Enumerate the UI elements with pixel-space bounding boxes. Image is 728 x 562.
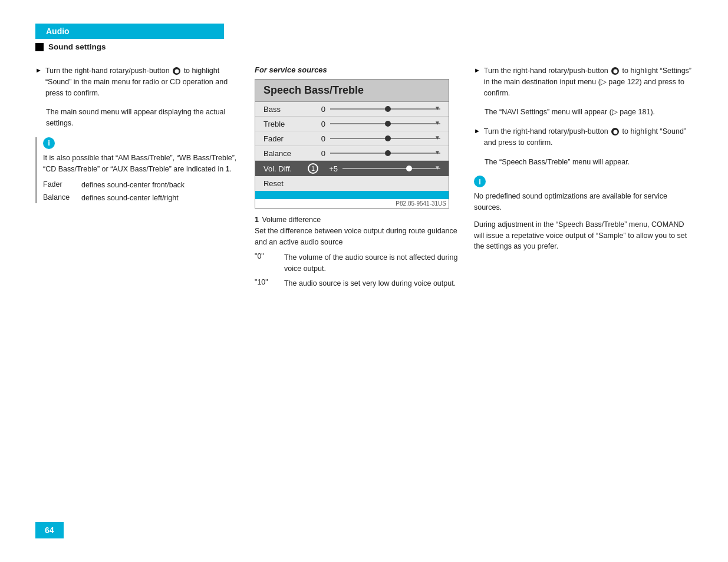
header-block: Audio Sound settings [35,24,693,51]
footnote-number: 1 [255,216,259,224]
dialog-body: Bass 0 ▼ Treble 0 [255,102,449,176]
content-columns: ► Turn the right-hand rotary/push-button… [35,65,693,293]
right-bullet-2-text: Turn the right-hand rotary/push-button t… [484,126,693,148]
dialog-reset-row: Reset [255,176,449,191]
fader-label-dialog: Fader [263,134,308,143]
balance-slider: ▼ [330,148,440,158]
rotary-icon [173,67,180,75]
item-label-0: "0" [255,252,284,275]
treble-slider: ▼ [330,119,440,128]
balance-value: 0 [308,149,325,158]
bass-value: 0 [308,105,325,114]
voldiff-label: Vol. Diff. [263,164,308,173]
footnote-title: Volume difference [262,216,321,224]
speech-text: The “Speech Bass/Treble” menu will appea… [485,157,693,168]
right-rotary-icon-2 [611,128,619,135]
sound-settings-text: Sound settings [48,42,106,51]
service-sources-title: For service sources [255,65,462,74]
right-rotary-icon-1 [611,67,619,75]
bullet-arrow-icon: ► [35,67,42,74]
footnote-block: 1 Volume difference Set the difference b… [255,214,462,247]
voldiff-circle: 1 [308,163,318,174]
bass-label: Bass [263,105,308,114]
bullet-1-text: Turn the right-hand rotary/push-button t… [45,65,243,98]
right-info-box: i No predefined sound optimizations are … [474,176,693,252]
fader-term: Fader [43,180,81,191]
bullet-item-1: ► Turn the right-hand rotary/push-button… [35,65,243,98]
footnote-items: "0" The volume of the audio source is no… [255,252,462,289]
footnote-item-1: "10" The audio source is set very low du… [255,278,462,289]
item-desc-0: The volume of the audio source is not af… [284,252,462,275]
right-info-text-2: During adjustment in the “Speech Bass/Tr… [474,219,693,252]
treble-value: 0 [308,120,325,128]
info-icon-left: i [43,137,55,149]
right-bullet-arrow-2: ► [474,127,480,134]
audio-tab: Audio [35,24,224,39]
right-bullet-arrow-1: ► [474,67,480,74]
def-row-balance: Balance defines sound-center left/right [43,193,243,204]
main-sound-text: The main sound menu will appear displayi… [46,107,243,129]
dialog-row-fader: Fader 0 ▼ [255,131,449,146]
info-icon-right: i [474,176,486,187]
def-row-fader: Fader defines sound-center front/back [43,180,243,191]
item-desc-1: The audio source is set very low during … [284,278,456,289]
bass-slider: ▼ [330,104,440,114]
fader-value: 0 [308,134,325,143]
dialog-row-bass: Bass 0 ▼ [255,102,449,117]
dialog-row-balance: Balance 0 ▼ [255,146,449,161]
page-number: 64 [45,525,54,535]
info-box-left: i It is also possible that “AM Bass/Treb… [35,137,243,204]
dialog-footer [255,191,449,199]
page-number-box: 64 [35,522,64,538]
fader-slider: ▼ [330,134,440,143]
voldiff-value: +5 [320,164,338,173]
balance-desc: defines sound-center left/right [81,193,179,204]
balance-label-dialog: Balance [263,149,308,158]
treble-label: Treble [263,120,308,128]
right-column: ► Turn the right-hand rotary/push-button… [474,65,693,293]
dialog-title: Speech Bass/Treble [255,80,449,102]
dialog-row-voldiff: Vol. Diff. 1 +5 ▼ [255,161,449,176]
dialog-row-treble: Treble 0 ▼ [255,117,449,131]
audio-label: Audio [46,27,70,36]
right-bullet-1: ► Turn the right-hand rotary/push-button… [474,65,693,98]
item-label-1: "10" [255,278,284,289]
footnote-desc: Set the difference between voice output … [255,227,457,246]
black-bar-icon [35,43,44,51]
balance-term: Balance [43,193,81,204]
reset-label: Reset [263,179,284,188]
right-bullet-1-text: Turn the right-hand rotary/push-button t… [484,65,693,98]
right-info-text-1: No predefined sound optimizations are av… [474,191,693,213]
dialog-box: Speech Bass/Treble Bass 0 ▼ [255,79,449,209]
sound-settings-label: Sound settings [35,42,693,51]
center-column: For service sources Speech Bass/Treble B… [255,65,474,293]
footnote-item-0: "0" The volume of the audio source is no… [255,252,462,275]
voldiff-slider: ▼ [342,164,440,173]
navi-text: The “NAVI Settings” menu will appear (▷ … [485,107,693,118]
right-bullet-2: ► Turn the right-hand rotary/push-button… [474,126,693,148]
dialog-code: P82.85-9541-31US [255,199,449,208]
left-column: ► Turn the right-hand rotary/push-button… [35,65,255,293]
fader-desc: defines sound-center front/back [81,180,185,191]
info-text-left: It is also possible that “AM Bass/Treble… [43,153,243,175]
def-table: Fader defines sound-center front/back Ba… [43,180,243,203]
